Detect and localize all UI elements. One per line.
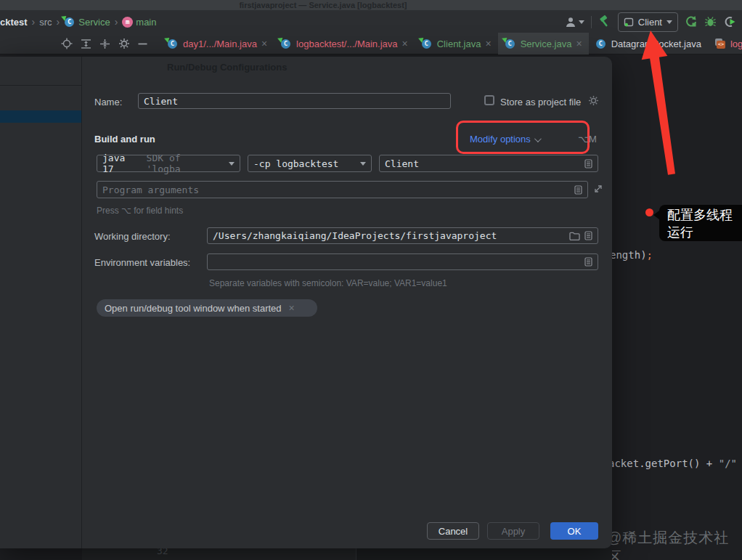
hide-panel-icon[interactable] [138, 38, 147, 49]
selected-config-row[interactable] [0, 110, 81, 123]
run-config-name: Client [638, 17, 662, 28]
tab-service-java[interactable]: C Service.java [498, 33, 589, 54]
window-title: firstjavaproject — Service.java [logback… [0, 0, 646, 11]
modify-options-link[interactable]: Modify options [470, 134, 539, 145]
breadcrumb-src[interactable]: src [39, 17, 52, 28]
tooltip-pointer [653, 211, 659, 219]
open-tool-window-tag[interactable]: Open run/debug tool window when started [97, 299, 317, 317]
name-label: Name: [94, 97, 122, 107]
tab-close-icon[interactable] [485, 38, 491, 49]
cancel-button[interactable]: Cancel [427, 522, 479, 540]
user-profile-button[interactable] [565, 17, 584, 28]
breadcrumb: cktest src C Service m main [0, 14, 156, 30]
apply-button[interactable]: Apply [487, 522, 539, 540]
expand-field-icon[interactable] [593, 184, 603, 194]
class-icon: C [64, 16, 76, 28]
tab-logback-xml[interactable]: <> logback.xml [708, 33, 742, 54]
panel-divider [0, 85, 81, 86]
insert-macro-icon[interactable] [584, 159, 592, 169]
environment-variables-hint: Separate variables with semicolon: VAR=v… [209, 278, 447, 288]
run-debug-configurations-dialog: Run/Debug Configurations Name: Client St… [0, 57, 612, 548]
name-input[interactable]: Client [138, 93, 451, 109]
editor-gutter [82, 548, 356, 560]
class-icon: C [505, 38, 516, 49]
ide-screen: firstjavaproject — Service.java [logback… [0, 0, 742, 560]
rerun-icon[interactable] [685, 15, 698, 28]
chevron-right-icon [113, 16, 120, 28]
working-directory-input[interactable]: /Users/zhangkaiqiang/IdeaProjects/firstj… [207, 227, 598, 244]
xml-file-icon: <> [714, 38, 726, 49]
chevron-down-icon [360, 162, 366, 166]
classpath-dropdown[interactable]: -cp logbacktest [248, 155, 372, 172]
editor-code-line: acket.getPort() + "/" [608, 458, 737, 469]
watermark: @稀土掘金技术社区 [607, 528, 742, 560]
editor-code-line: ength); [610, 249, 653, 261]
tab-close-icon[interactable] [576, 38, 582, 49]
annotation-tooltip: 配置多线程 运行 [659, 205, 742, 241]
window-titlebar: firstjavaproject — Service.java [logback… [0, 0, 742, 10]
toolbar-separator [591, 16, 592, 28]
store-as-project-file-checkbox[interactable] [484, 95, 494, 105]
tooltip-text-line2: 运行 [667, 224, 742, 241]
gutter-separator [356, 548, 356, 560]
dialog-title: Run/Debug Configurations [167, 62, 287, 73]
expand-all-icon[interactable] [81, 38, 91, 49]
program-arguments-input[interactable]: Program arguments [97, 181, 588, 198]
tab-client-java[interactable]: C Client.java [415, 33, 498, 54]
editor-tabs: C day1/.../Main.java C logbacktest/.../M… [160, 33, 742, 54]
working-directory-label: Working directory: [94, 231, 171, 242]
method-icon: m [122, 17, 133, 28]
field-hints-tip: Press ⌥ for field hints [97, 206, 183, 216]
jdk-dropdown[interactable]: java 17 SDK of 'logba [97, 155, 240, 172]
folder-icon[interactable] [569, 232, 580, 240]
config-list-panel [0, 57, 82, 548]
chevron-down-icon [666, 20, 672, 24]
class-icon: C [167, 38, 179, 49]
red-dot-annotation [645, 208, 653, 216]
main-class-input[interactable]: Client [379, 155, 598, 172]
breadcrumb-method[interactable]: main [136, 17, 156, 28]
insert-macro-icon[interactable] [574, 185, 582, 195]
class-icon: C [421, 38, 433, 49]
person-icon [565, 17, 576, 28]
gear-icon[interactable] [118, 38, 130, 49]
breadcrumb-project[interactable]: cktest [0, 17, 28, 28]
class-icon: C [280, 38, 292, 49]
breadcrumb-class[interactable]: Service [78, 17, 110, 28]
profiler-icon[interactable] [723, 15, 736, 28]
chevron-right-icon [55, 16, 62, 28]
environment-variables-label: Environment variables: [94, 257, 190, 268]
line-number: 32 [157, 548, 168, 556]
modify-options-shortcut: ⌥M [578, 134, 597, 145]
editor-bottom-strip: 32 [82, 548, 612, 560]
tab-close-icon[interactable] [402, 38, 408, 49]
remove-tag-icon[interactable] [289, 303, 295, 313]
main-toolbar: Client [565, 12, 736, 31]
insert-macro-icon[interactable] [584, 257, 592, 267]
class-icon: C [595, 38, 607, 49]
tab-close-icon[interactable] [261, 38, 267, 49]
run-config-selector[interactable]: Client [618, 12, 678, 32]
tooltip-text-line1: 配置多线程 [667, 206, 742, 224]
chevron-down-icon [229, 162, 235, 166]
chevron-right-icon [30, 16, 37, 28]
store-settings-gear-icon[interactable] [588, 95, 599, 106]
debug-bug-icon[interactable] [704, 15, 717, 28]
tab-datagramsocket-java[interactable]: C DatagramSocket.java [589, 33, 708, 54]
collapse-all-icon[interactable] [99, 38, 110, 49]
tab-day1-main[interactable]: C day1/.../Main.java [160, 33, 274, 54]
store-as-project-file-label: Store as project file [500, 97, 581, 107]
ok-button[interactable]: OK [550, 522, 598, 540]
project-panel-toolbar [61, 33, 147, 54]
insert-macro-icon[interactable] [584, 231, 592, 240]
app-window-icon [624, 17, 634, 27]
chevron-down-icon [579, 20, 584, 24]
build-and-run-label: Build and run [94, 134, 155, 145]
tab-logbacktest-main[interactable]: C logbacktest/.../Main.java [274, 33, 415, 54]
build-hammer-icon[interactable] [598, 15, 611, 28]
locate-target-icon[interactable] [61, 38, 73, 49]
environment-variables-input[interactable] [207, 253, 598, 270]
